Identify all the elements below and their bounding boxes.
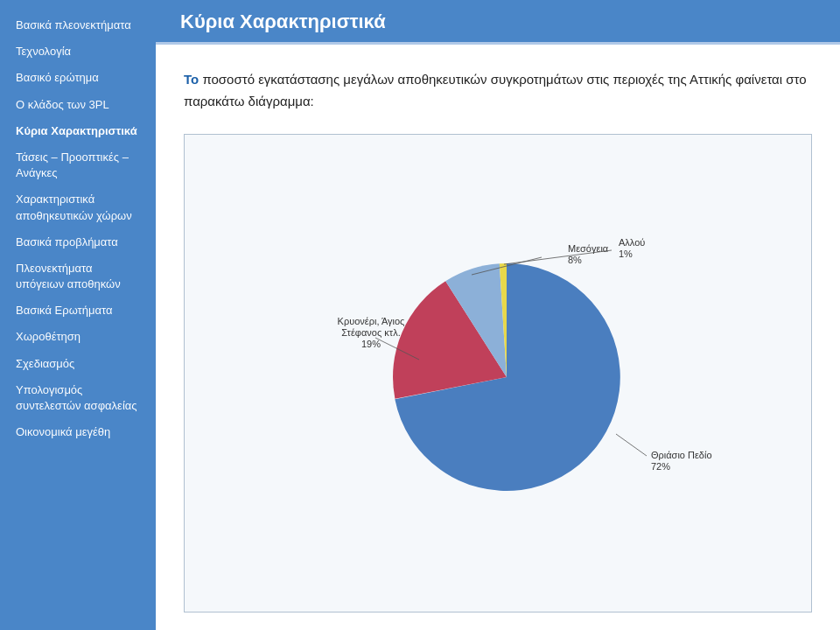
main-area: Κύρια Χαρακτηριστικά Το ποσοστό εγκατάστ… xyxy=(156,0,840,630)
label-kryoneri: Κρυονέρι, Άγιος xyxy=(338,316,405,326)
sidebar-item-basic-question[interactable]: Βασικό ερώτημα xyxy=(10,66,145,89)
label-allou2: 1% xyxy=(619,248,633,259)
label-thriasioPedio2: 72% xyxy=(651,461,670,472)
sidebar-item-basic-problems[interactable]: Βασικά προβλήματα xyxy=(10,231,145,254)
sidebar-item-cost-factors[interactable]: Υπολογισμός συντελεστών ασφαλείας xyxy=(10,379,145,417)
page-title: Κύρια Χαρακτηριστικά xyxy=(180,10,386,32)
sidebar-item-basic-questions2[interactable]: Βασικά Ερωτήματα xyxy=(10,299,145,322)
intro-rest: ποσοστό εγκατάστασης μεγάλων αποθηκευτικ… xyxy=(184,72,807,108)
label-allou: Αλλού xyxy=(619,237,645,248)
sidebar: Βασικά πλεονεκτήματα Τεχνολογία Βασικό ε… xyxy=(0,0,156,630)
intro-to: Το xyxy=(184,72,199,87)
page-header: Κύρια Χαρακτηριστικά xyxy=(156,0,840,45)
label-mesogeia2: 8% xyxy=(568,255,582,265)
label-kryoneri3: 19% xyxy=(361,339,381,349)
label-thriasioPedio: Θριάσιο Πεδίο xyxy=(651,450,712,460)
sidebar-item-basic-advantages[interactable]: Βασικά πλεονεκτήματα xyxy=(10,14,145,37)
sidebar-item-warehouse-chars[interactable]: Χαρακτηριστικά αποθηκευτικών χώρων xyxy=(10,188,145,227)
label-kryoneri2: Στέφανος κτλ. xyxy=(341,327,400,338)
sidebar-item-main-characteristics[interactable]: Κύρια Χαρακτηριστικά xyxy=(10,120,145,143)
content-area: Το ποσοστό εγκατάστασης μεγάλων αποθηκευ… xyxy=(156,45,840,630)
intro-paragraph: Το ποσοστό εγκατάστασης μεγάλων αποθηκευ… xyxy=(184,69,812,113)
pie-chart-area: Κρυονέρι, Άγιος Στέφανος κτλ. 19% Μεσόγε… xyxy=(202,152,794,595)
sidebar-item-technology[interactable]: Τεχνολογία xyxy=(10,40,145,63)
label-line-allou xyxy=(504,250,612,264)
chart-container: Κρυονέρι, Άγιος Στέφανος κτλ. 19% Μεσόγε… xyxy=(184,134,812,613)
label-mesogeia: Μεσόγεια xyxy=(568,243,609,254)
sidebar-item-trends[interactable]: Τάσεις – Προοπτικές – Ανάγκες xyxy=(10,146,145,185)
pie-chart-svg: Κρυονέρι, Άγιος Στέφανος κτλ. 19% Μεσόγε… xyxy=(270,224,725,522)
sidebar-item-underground-advantages[interactable]: Πλεονεκτήματα υπόγειων αποθηκών xyxy=(10,257,145,296)
sidebar-item-design[interactable]: Σχεδιασμός xyxy=(10,353,145,375)
sidebar-item-economics[interactable]: Οικονομικά μεγέθη xyxy=(10,421,145,444)
label-line-thriasioPedio xyxy=(616,434,647,456)
sidebar-item-location[interactable]: Χωροθέτηση xyxy=(10,326,145,348)
sidebar-item-3pl-class[interactable]: Ο κλάδος των 3PL xyxy=(10,94,145,116)
